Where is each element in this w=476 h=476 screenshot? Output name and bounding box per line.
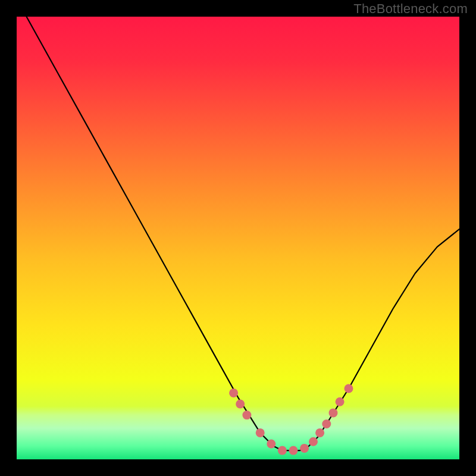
marker-dot xyxy=(329,408,338,417)
marker-dot xyxy=(309,437,318,446)
marker-dot xyxy=(267,440,275,449)
marker-dot xyxy=(236,400,245,409)
marker-dot xyxy=(278,446,287,455)
watermark-label: TheBottleneck.com xyxy=(353,1,468,17)
marker-dot xyxy=(256,428,265,437)
marker-dot xyxy=(229,389,238,397)
marker-dot xyxy=(242,411,251,419)
marker-dot xyxy=(315,428,324,437)
marker-dot xyxy=(322,419,331,428)
marker-dot xyxy=(300,444,309,453)
marker-dot xyxy=(345,384,353,393)
chart-frame: TheBottleneck.com xyxy=(0,0,476,476)
bottleneck-chart xyxy=(17,17,459,459)
marker-dot xyxy=(336,397,345,406)
marker-dot xyxy=(289,446,298,455)
